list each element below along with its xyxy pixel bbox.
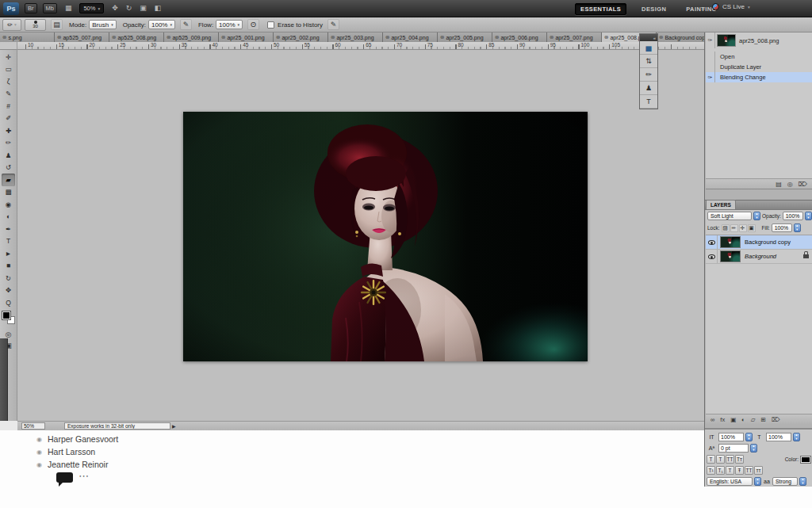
- workspace-button[interactable]: ESSENTIALS: [575, 3, 626, 15]
- erase-to-history-option[interactable]: Erase to History: [267, 21, 323, 29]
- more-options[interactable]: ⋯: [79, 470, 90, 482]
- collapse-panel-header[interactable]: «: [640, 34, 657, 41]
- tool-history-brush[interactable]: ↺: [2, 162, 15, 174]
- history-brush-source-cell[interactable]: [706, 62, 715, 72]
- flow-select[interactable]: 100%: [216, 20, 243, 29]
- tool-type[interactable]: T: [2, 235, 15, 248]
- list-item[interactable]: ◉ Hart Larsson: [36, 445, 118, 458]
- foreground-color-swatch[interactable]: [2, 311, 10, 319]
- document-tab[interactable]: ⊗ apr25_003.png: [328, 32, 383, 42]
- new-snapshot-icon[interactable]: ◎: [787, 181, 793, 188]
- workspace-overflow-icon[interactable]: »: [701, 5, 705, 13]
- brush-preset-picker[interactable]: 30: [25, 19, 46, 31]
- history-brush-source-icon[interactable]: ✑: [706, 32, 715, 48]
- tool-hand[interactable]: ✥: [2, 285, 15, 297]
- language-stepper[interactable]: [754, 477, 761, 486]
- delete-layer-icon[interactable]: ⌦: [772, 416, 780, 423]
- layer-group-icon[interactable]: ▱: [751, 416, 756, 423]
- launch-bridge-button[interactable]: Br: [25, 3, 37, 13]
- type-style-button[interactable]: T: [707, 455, 715, 464]
- document-tab[interactable]: ⊗ ap525_007.png: [55, 32, 109, 42]
- close-tab-icon[interactable]: ⊗: [167, 34, 170, 40]
- type-style-button[interactable]: T: [716, 455, 725, 464]
- close-tab-icon[interactable]: ⊗: [495, 34, 499, 40]
- document-tab[interactable]: ⊗ apr25_004.png: [383, 32, 438, 42]
- close-tab-icon[interactable]: ⊗: [331, 34, 335, 40]
- opacity-select[interactable]: 100%: [148, 20, 175, 29]
- history-state-row[interactable]: ✑ Blending Change: [706, 72, 812, 82]
- rotate-view-icon[interactable]: ↻: [126, 5, 132, 12]
- tool-path-selection[interactable]: ►: [2, 247, 15, 260]
- list-item[interactable]: ◉ Jeanette Reinoir: [36, 458, 118, 471]
- tool-pen[interactable]: ✒: [2, 223, 15, 235]
- vertical-scale-stepper[interactable]: [745, 433, 753, 441]
- type-style-button[interactable]: TT: [726, 455, 734, 464]
- history-snapshot-row[interactable]: ✑ apr25_008.png: [706, 32, 812, 48]
- tool-preset-picker[interactable]: ✏ ▾: [2, 19, 21, 31]
- tool-brush[interactable]: ✏: [2, 137, 15, 150]
- tool-zoom[interactable]: Q: [2, 296, 15, 309]
- tool-healing-brush[interactable]: ✚: [2, 124, 15, 137]
- close-tab-icon[interactable]: ⊗: [112, 34, 116, 40]
- zoom-level-select[interactable]: 50% ▾: [79, 3, 104, 13]
- launch-mini-bridge-button[interactable]: Mb: [43, 3, 57, 13]
- list-item[interactable]: ◉ Harper Ganesvoort: [36, 433, 118, 445]
- opacity-stepper[interactable]: [805, 212, 812, 220]
- type-style-button[interactable]: T: [726, 466, 734, 475]
- status-zoom-field[interactable]: 50%: [21, 422, 45, 430]
- history-brush-source-cell[interactable]: [706, 52, 715, 62]
- type-style-button[interactable]: TT: [745, 466, 753, 475]
- workspace-button[interactable]: DESIGN: [637, 4, 671, 14]
- tool-gradient[interactable]: ▩: [2, 186, 15, 199]
- lock-transparency-icon[interactable]: ▨: [722, 224, 730, 232]
- tool-marquee[interactable]: ▭: [2, 63, 15, 76]
- cs-live-menu[interactable]: CS Live ▾: [712, 3, 750, 10]
- tool-eyedropper[interactable]: ✐: [2, 113, 15, 125]
- brush-presets-panel-icon[interactable]: ✏: [640, 68, 657, 82]
- type-style-button[interactable]: T₁: [716, 466, 725, 475]
- close-tab-icon[interactable]: ⊗: [550, 34, 553, 40]
- tool-clone-stamp[interactable]: ♟: [2, 149, 15, 162]
- close-tab-icon[interactable]: ⊗: [385, 34, 389, 40]
- tool-3d-rotate[interactable]: ↻: [2, 272, 15, 285]
- baseline-shift-field[interactable]: 0 pt: [718, 444, 749, 453]
- link-layers-icon[interactable]: ∞: [710, 416, 714, 423]
- tool-lasso[interactable]: ζ: [2, 75, 15, 88]
- document-tab[interactable]: ⊗ apr25_007.png: [547, 32, 602, 42]
- close-tab-icon[interactable]: ⊗: [221, 34, 225, 40]
- anti-alias-select[interactable]: Strong: [772, 477, 798, 486]
- baseline-shift-stepper[interactable]: [750, 444, 757, 453]
- toggle-brush-panel-icon[interactable]: ▤: [51, 19, 63, 30]
- layer-visibility-toggle[interactable]: [706, 235, 718, 249]
- pressure-opacity-icon[interactable]: ✎: [180, 19, 192, 30]
- canvas-image[interactable]: [183, 112, 588, 361]
- fill-stepper[interactable]: [794, 223, 801, 232]
- comment-bubble-icon[interactable]: [56, 472, 73, 483]
- document-tab[interactable]: ⊗ apr25_001.png: [219, 32, 274, 42]
- screen-mode-icon[interactable]: ◧: [155, 5, 162, 12]
- view-extras-icon[interactable]: ▦: [65, 5, 72, 12]
- airbrush-icon[interactable]: ʘ: [247, 19, 259, 30]
- new-layer-icon[interactable]: ⊞: [761, 416, 766, 423]
- history-state-row[interactable]: Open: [706, 52, 812, 62]
- tool-move[interactable]: ✛: [2, 51, 15, 63]
- arrange-documents-icon[interactable]: ▣: [140, 5, 147, 12]
- snapshot-thumbnail[interactable]: [717, 34, 736, 47]
- tool-quick-selection[interactable]: ✎: [2, 88, 15, 101]
- close-tab-icon[interactable]: ⊗: [276, 34, 280, 40]
- document-tab[interactable]: ⊗ apr25_006.png: [492, 32, 547, 42]
- lock-all-icon[interactable]: ▣: [748, 224, 756, 232]
- layer-visibility-toggle[interactable]: [706, 250, 718, 263]
- document-tab[interactable]: ⊗ apr25_005.png: [438, 32, 492, 42]
- new-document-from-state-icon[interactable]: ▤: [776, 181, 782, 188]
- hand-tool-icon[interactable]: ✥: [112, 5, 118, 12]
- document-tab[interactable]: ⊗ ap525_009.png: [164, 32, 219, 42]
- canvas-area[interactable]: [17, 50, 704, 421]
- close-tab-icon[interactable]: ⊗: [2, 34, 6, 40]
- layer-thumbnail[interactable]: [720, 250, 741, 262]
- history-state-row[interactable]: Duplicate Layer: [706, 62, 812, 72]
- type-style-button[interactable]: ᴛᴛ: [754, 466, 763, 475]
- mode-select[interactable]: Brush: [89, 20, 116, 29]
- document-tab[interactable]: ⊗ s.png: [0, 32, 55, 42]
- clone-source-panel-icon[interactable]: ♟: [640, 82, 657, 95]
